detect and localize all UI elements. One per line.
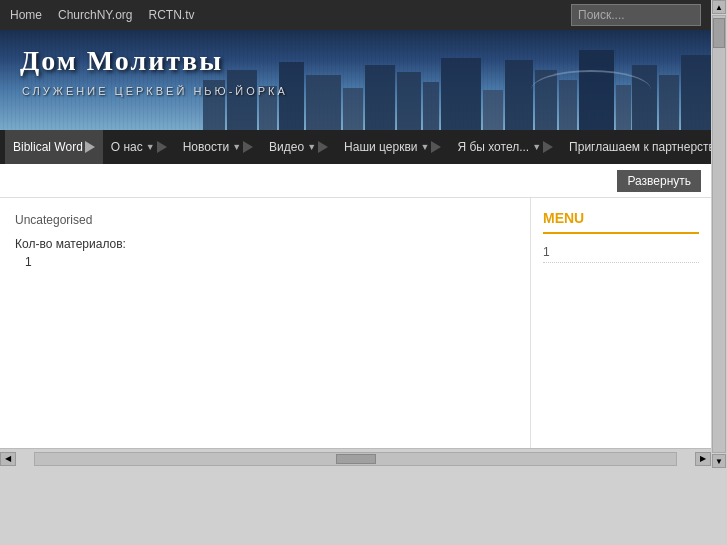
- top-navigation: Home ChurchNY.org RCTN.tv: [0, 0, 711, 30]
- nav-arrow-icon: [318, 141, 328, 153]
- nav-video[interactable]: Видео ▼: [261, 130, 336, 164]
- site-subtitle: Служение Церквей Нью-Йорка: [22, 85, 288, 97]
- nav-arrow-icon: [243, 141, 253, 153]
- v-scroll-track[interactable]: [712, 15, 726, 453]
- nav-home[interactable]: Home: [10, 8, 42, 22]
- toolbar: Развернуть: [0, 164, 711, 198]
- nav-nashi-tserkvi[interactable]: Наши церкви ▼: [336, 130, 449, 164]
- search-box: [571, 4, 701, 26]
- nav-arrow-icon: [85, 141, 95, 153]
- dropdown-caret-icon: ▼: [232, 142, 241, 152]
- dropdown-caret-icon: ▼: [307, 142, 316, 152]
- site-banner: Дом Молитвы Служение Церквей Нью-Йорка: [0, 30, 711, 130]
- category-label: Uncategorised: [15, 213, 515, 227]
- scroll-left-button[interactable]: ◀: [0, 452, 16, 466]
- nav-arrow-icon: [157, 141, 167, 153]
- scroll-right-button[interactable]: ▶: [695, 452, 711, 466]
- nav-ya-by-hotel[interactable]: Я бы хотел... ▼: [449, 130, 561, 164]
- scroll-up-button[interactable]: ▲: [712, 0, 726, 14]
- sidebar-menu-title: MENU: [543, 210, 699, 226]
- nav-churchny[interactable]: ChurchNY.org: [58, 8, 132, 22]
- scrollbar-thumb[interactable]: [336, 454, 376, 464]
- nav-rctn[interactable]: RCTN.tv: [149, 8, 195, 22]
- dropdown-caret-icon: ▼: [420, 142, 429, 152]
- vertical-scrollbar: ▲ ▼: [711, 0, 727, 468]
- nav-priglashaem[interactable]: Приглашаем к партнерству!: [561, 130, 727, 164]
- v-scroll-thumb[interactable]: [713, 18, 725, 48]
- search-input[interactable]: [571, 4, 701, 26]
- nav-novosti[interactable]: Новости ▼: [175, 130, 261, 164]
- scroll-down-button[interactable]: ▼: [712, 454, 726, 468]
- dropdown-caret-icon: ▼: [532, 142, 541, 152]
- scrollbar-track[interactable]: [34, 452, 677, 466]
- site-title: Дом Молитвы: [20, 45, 223, 77]
- nav-arrow-icon: [543, 141, 553, 153]
- dropdown-caret-icon: ▼: [146, 142, 155, 152]
- nav-arrow-icon: [431, 141, 441, 153]
- sidebar-divider: [543, 232, 699, 234]
- nav-o-nas[interactable]: О нас ▼: [103, 130, 175, 164]
- count-label: Кол-во материалов:: [15, 237, 515, 251]
- main-navigation: Biblical Word О нас ▼ Новости ▼ Видео ▼ …: [0, 130, 711, 164]
- horizontal-scrollbar: ◀ ▶: [0, 448, 711, 468]
- expand-button[interactable]: Развернуть: [617, 170, 701, 192]
- sidebar-item[interactable]: 1: [543, 242, 699, 263]
- nav-biblical-word[interactable]: Biblical Word: [5, 130, 103, 164]
- count-value: 1: [25, 255, 515, 269]
- sidebar: MENU 1: [531, 198, 711, 448]
- content-area: Uncategorised Кол-во материалов: 1 MENU …: [0, 198, 711, 448]
- main-content: Uncategorised Кол-во материалов: 1: [0, 198, 531, 448]
